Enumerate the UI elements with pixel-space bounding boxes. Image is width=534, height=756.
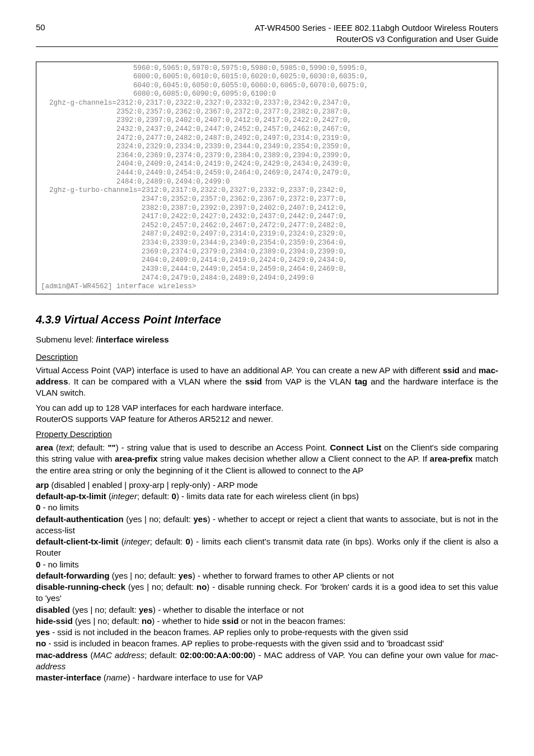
prop-default-client-tx-limit-zero: 0 - no limits — [36, 559, 498, 570]
description-line: You can add up to 128 VAP interfaces for… — [36, 402, 498, 414]
description-paragraph: Virtual Access Point (VAP) interface is … — [36, 365, 498, 399]
prop-disable-running-check: disable-running-check (yes | no; default… — [36, 581, 498, 604]
header-title: AT-WR4500 Series - IEEE 802.11abgh Outdo… — [255, 22, 498, 45]
code-block: 5960:0,5965:0,5970:0,5975:0,5980:0,5985:… — [36, 62, 498, 294]
prop-default-authentication: default-authentication (yes | no; defaul… — [36, 514, 498, 537]
description-line: RouterOS supports VAP feature for Athero… — [36, 414, 498, 425]
prop-default-ap-tx-limit: default-ap-tx-limit (integer; default: 0… — [36, 491, 498, 502]
submenu-level: Submenu level: /interface wireless — [36, 335, 498, 344]
property-description-heading: Property Description — [36, 429, 498, 439]
prop-default-client-tx-limit: default-client-tx-limit (integer; defaul… — [36, 536, 498, 559]
prop-mac-address: mac-address (MAC address; default: 02:00… — [36, 650, 498, 673]
page-number: 50 — [36, 22, 45, 32]
prop-default-ap-tx-limit-zero: 0 - no limits — [36, 502, 498, 513]
prop-default-forwarding: default-forwarding (yes | no; default: y… — [36, 570, 498, 581]
prop-hide-ssid-no: no - ssid is included in beacon frames. … — [36, 638, 498, 649]
description-heading: Description — [36, 352, 498, 361]
prop-hide-ssid: hide-ssid (yes | no; default: no) - whet… — [36, 616, 498, 627]
section-heading: 4.3.9 Virtual Access Point Interface — [36, 313, 498, 326]
page-header: 50 AT-WR4500 Series - IEEE 802.11abgh Ou… — [36, 22, 498, 47]
prop-area: area (text; default: "") - string value … — [36, 442, 498, 476]
prop-hide-ssid-yes: yes - ssid is not included in the beacon… — [36, 627, 498, 638]
prop-arp: arp (disabled | enabled | proxy-arp | re… — [36, 480, 498, 491]
prop-disabled: disabled (yes | no; default: yes) - whet… — [36, 604, 498, 616]
prop-master-interface: master-interface (name) - hardware inter… — [36, 672, 498, 683]
